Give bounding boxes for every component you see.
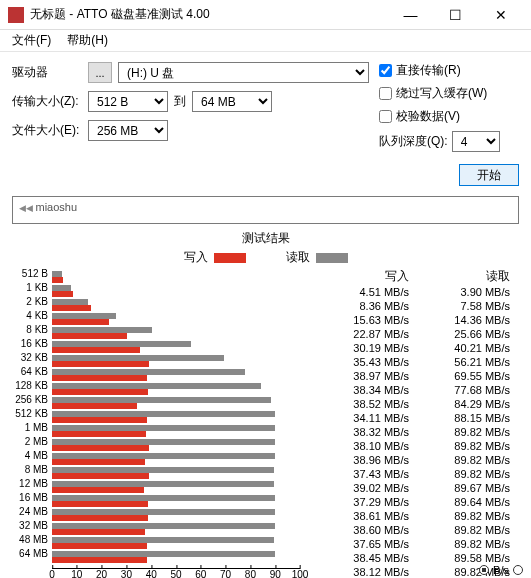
bar-write <box>52 459 145 465</box>
y-tick: 16 MB <box>8 492 48 503</box>
bar-write <box>52 375 147 381</box>
y-tick: 16 KB <box>8 338 48 349</box>
y-tick: 24 MB <box>8 506 48 517</box>
y-tick: 2 KB <box>8 296 48 307</box>
menu-help[interactable]: 帮助(H) <box>59 30 116 51</box>
drive-select[interactable]: (H:) U 盘 <box>118 62 369 83</box>
bar-read <box>52 397 271 403</box>
table-row: 38.60 MB/s89.82 MB/s <box>316 523 518 537</box>
menubar: 文件(F) 帮助(H) <box>0 30 531 52</box>
transfer-to-select[interactable]: 64 MB <box>192 91 272 112</box>
bar-read <box>52 341 191 347</box>
table-row: 34.11 MB/s88.15 MB/s <box>316 411 518 425</box>
x-tick: 0 <box>49 569 55 578</box>
y-tick: 256 KB <box>8 394 48 405</box>
bar-write <box>52 431 146 437</box>
maximize-button[interactable]: ☐ <box>433 0 478 30</box>
radio-icon-2 <box>513 565 523 575</box>
x-tick: 20 <box>96 569 107 578</box>
bar-read <box>52 495 275 501</box>
bar-write <box>52 319 109 325</box>
close-button[interactable]: ✕ <box>478 0 523 30</box>
browse-button[interactable]: ... <box>88 62 112 83</box>
y-tick: 128 KB <box>8 380 48 391</box>
queue-depth-label: 队列深度(Q): <box>379 133 448 150</box>
bypass-cache-checkbox[interactable]: 绕过写入缓存(W) <box>379 85 519 102</box>
start-button[interactable]: 开始 <box>459 164 519 186</box>
bar-write <box>52 291 73 297</box>
table-row: 30.19 MB/s40.21 MB/s <box>316 341 518 355</box>
col-write: 写入 <box>316 268 417 285</box>
bar-write <box>52 501 148 507</box>
bar-write <box>52 543 147 549</box>
y-tick: 4 KB <box>8 310 48 321</box>
y-tick: 512 B <box>8 268 48 279</box>
x-tick: 60 <box>195 569 206 578</box>
table-row: 39.02 MB/s89.67 MB/s <box>316 481 518 495</box>
table-row: 37.65 MB/s89.82 MB/s <box>316 537 518 551</box>
verify-checkbox[interactable]: 校验数据(V) <box>379 108 519 125</box>
x-tick: 80 <box>245 569 256 578</box>
bar-read <box>52 285 71 291</box>
file-size-select[interactable]: 256 MB <box>88 120 168 141</box>
bar-write <box>52 333 127 339</box>
bar-read <box>52 313 116 319</box>
direct-io-checkbox[interactable]: 直接传输(R) <box>379 62 519 79</box>
to-label: 到 <box>174 93 186 110</box>
bar-write <box>52 529 145 535</box>
bar-chart: 512 B1 KB2 KB4 KB8 KB16 KB32 KB64 KB128 … <box>8 268 308 578</box>
table-row: 38.96 MB/s89.82 MB/s <box>316 453 518 467</box>
table-row: 38.10 MB/s89.82 MB/s <box>316 439 518 453</box>
bar-read <box>52 453 275 459</box>
description-input[interactable]: miaoshu <box>12 196 519 224</box>
legend-read-swatch <box>316 253 348 263</box>
table-row: 38.45 MB/s89.58 MB/s <box>316 551 518 565</box>
table-row: 22.87 MB/s25.66 MB/s <box>316 327 518 341</box>
bar-read <box>52 425 275 431</box>
x-tick: 30 <box>121 569 132 578</box>
table-row: 38.32 MB/s89.82 MB/s <box>316 425 518 439</box>
queue-depth-select[interactable]: 4 <box>452 131 500 152</box>
legend-read-label: 读取 <box>286 250 310 264</box>
bar-write <box>52 557 147 563</box>
y-tick: 48 MB <box>8 534 48 545</box>
bar-write <box>52 515 148 521</box>
table-row: 38.34 MB/s77.68 MB/s <box>316 383 518 397</box>
bar-write <box>52 305 91 311</box>
y-tick: 1 KB <box>8 282 48 293</box>
transfer-size-label: 传输大小(Z): <box>12 93 82 110</box>
y-tick: 32 MB <box>8 520 48 531</box>
bar-read <box>52 355 224 361</box>
titlebar: 无标题 - ATTO 磁盘基准测试 4.00 — ☐ ✕ <box>0 0 531 30</box>
col-read: 读取 <box>417 268 518 285</box>
x-tick: 100 <box>292 569 309 578</box>
menu-file[interactable]: 文件(F) <box>4 30 59 51</box>
bar-read <box>52 523 275 529</box>
bar-read <box>52 411 275 417</box>
results-title: 测试结果 <box>0 230 531 247</box>
transfer-from-select[interactable]: 512 B <box>88 91 168 112</box>
bar-read <box>52 327 152 333</box>
unit-toggle[interactable]: B/s <box>479 564 523 576</box>
bar-read <box>52 383 261 389</box>
results-table: 写入 读取 4.51 MB/s3.90 MB/s8.36 MB/s7.58 MB… <box>308 268 518 578</box>
bar-read <box>52 509 275 515</box>
bar-write <box>52 487 144 493</box>
bar-write <box>52 417 147 423</box>
settings-panel: 驱动器 ... (H:) U 盘 传输大小(Z): 512 B 到 64 MB … <box>0 52 531 192</box>
table-row: 35.43 MB/s56.21 MB/s <box>316 355 518 369</box>
file-size-label: 文件大小(E): <box>12 122 82 139</box>
bar-write <box>52 473 149 479</box>
bar-read <box>52 271 62 277</box>
y-tick: 8 MB <box>8 464 48 475</box>
x-tick: 50 <box>170 569 181 578</box>
bar-write <box>52 347 140 353</box>
y-tick: 8 KB <box>8 324 48 335</box>
minimize-button[interactable]: — <box>388 0 433 30</box>
table-row: 37.29 MB/s89.64 MB/s <box>316 495 518 509</box>
y-tick: 32 KB <box>8 352 48 363</box>
drive-label: 驱动器 <box>12 64 82 81</box>
bar-read <box>52 369 245 375</box>
bar-read <box>52 299 88 305</box>
bar-write <box>52 445 149 451</box>
